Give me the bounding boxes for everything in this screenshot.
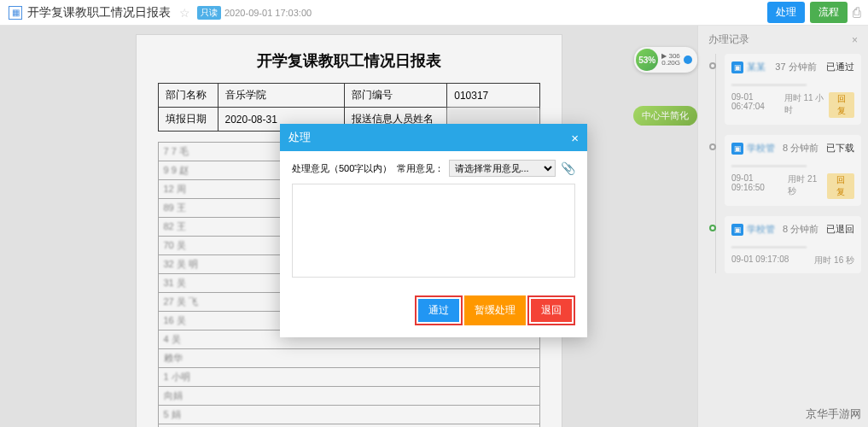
process-button[interactable]: 处理: [767, 2, 805, 23]
attachment-icon[interactable]: 📎: [561, 161, 575, 175]
page-title: 开学复课教职工情况日报表: [27, 5, 171, 20]
back-button[interactable]: 退回: [531, 299, 572, 322]
timestamp: 2020-09-01 17:03:00: [224, 8, 312, 18]
print-icon[interactable]: ⎙: [853, 5, 861, 20]
watermark: 京华手游网: [806, 407, 861, 422]
modal-title: 处理: [288, 130, 311, 145]
readonly-badge: 只读: [197, 6, 221, 20]
opinion-textarea[interactable]: [292, 184, 575, 278]
hold-button[interactable]: 暂缓处理: [464, 295, 526, 325]
process-modal: 处理 × 处理意见（500字以内） 常用意见： 请选择常用意见... 📎 通过 …: [280, 124, 587, 337]
common-opinion-select[interactable]: 请选择常用意见...: [449, 160, 556, 177]
highlight-box-back: 退回: [527, 295, 575, 325]
modal-close-icon[interactable]: ×: [571, 131, 579, 145]
opinion-label: 处理意见（500字以内）: [292, 162, 392, 175]
flow-button[interactable]: 流程: [810, 2, 848, 23]
pass-button[interactable]: 通过: [418, 299, 459, 322]
star-icon[interactable]: ☆: [179, 6, 190, 20]
highlight-box-pass: 通过: [415, 295, 463, 325]
common-label: 常用意见：: [397, 162, 444, 175]
doc-icon: ▦: [9, 6, 22, 20]
